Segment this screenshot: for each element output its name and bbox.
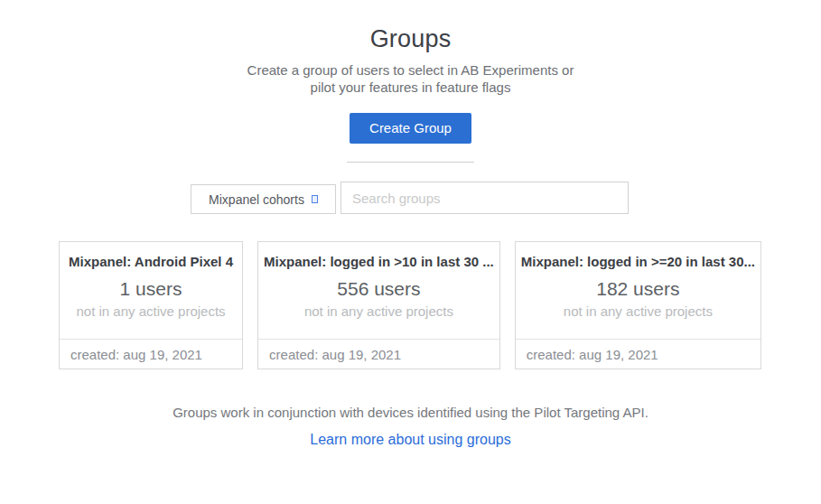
- group-created-date: created: aug 19, 2021: [258, 339, 499, 369]
- create-group-button[interactable]: Create Group: [350, 113, 471, 144]
- create-button-container: Create Group: [0, 113, 821, 144]
- group-name: Mixpanel: Android Pixel 4: [60, 254, 242, 269]
- dropdown-indicator-icon: [312, 195, 318, 203]
- group-created-date: created: aug 19, 2021: [516, 339, 760, 369]
- filter-row: Mixpanel cohorts: [191, 182, 629, 214]
- group-user-count: 1 users: [60, 278, 242, 300]
- group-card[interactable]: Mixpanel: logged in >=20 in last 30... 1…: [515, 241, 761, 369]
- cohort-source-dropdown[interactable]: Mixpanel cohorts: [191, 184, 336, 214]
- page-title: Groups: [0, 25, 821, 53]
- groups-page: Groups Create a group of users to select…: [0, 0, 821, 504]
- group-name: Mixpanel: logged in >10 in last 30 ...: [258, 254, 499, 269]
- group-user-count: 182 users: [516, 278, 760, 300]
- learn-more-link[interactable]: Learn more about using groups: [310, 432, 510, 447]
- group-card-body: Mixpanel: logged in >10 in last 30 ... 5…: [258, 242, 499, 339]
- page-subtitle-line2: pilot your features in feature flags: [0, 79, 821, 96]
- group-card-body: Mixpanel: Android Pixel 4 1 users not in…: [60, 242, 242, 339]
- search-groups-input[interactable]: [341, 182, 629, 214]
- group-project-status: not in any active projects: [258, 303, 499, 319]
- group-card-body: Mixpanel: logged in >=20 in last 30... 1…: [516, 242, 760, 339]
- footer-note: Groups work in conjunction with devices …: [0, 405, 821, 420]
- group-created-date: created: aug 19, 2021: [60, 339, 242, 369]
- group-project-status: not in any active projects: [516, 303, 760, 319]
- page-header: Groups Create a group of users to select…: [0, 0, 821, 96]
- footer-link-container: Learn more about using groups: [0, 432, 821, 448]
- page-subtitle-line1: Create a group of users to select in AB …: [0, 61, 821, 79]
- group-cards-row: Mixpanel: Android Pixel 4 1 users not in…: [59, 241, 761, 369]
- group-user-count: 556 users: [258, 278, 499, 300]
- group-card[interactable]: Mixpanel: logged in >10 in last 30 ... 5…: [257, 241, 500, 369]
- cohort-source-dropdown-label: Mixpanel cohorts: [209, 192, 304, 207]
- header-divider: [347, 162, 474, 163]
- group-name: Mixpanel: logged in >=20 in last 30...: [516, 254, 760, 269]
- group-card[interactable]: Mixpanel: Android Pixel 4 1 users not in…: [59, 241, 243, 369]
- group-project-status: not in any active projects: [60, 303, 242, 319]
- page-subtitle: Create a group of users to select in AB …: [0, 61, 821, 96]
